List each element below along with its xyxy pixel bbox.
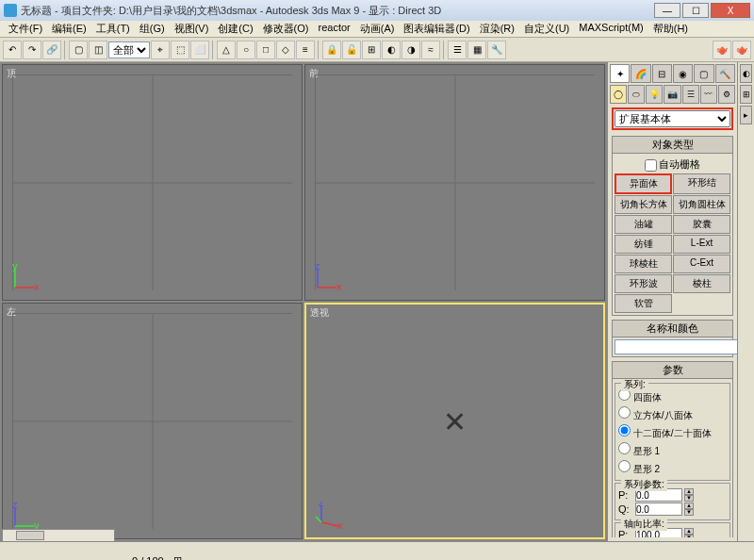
obj-btn-7[interactable]: L-Ext — [673, 235, 730, 254]
geometry-subtab[interactable]: ◯ — [610, 85, 627, 104]
curve-editor-button[interactable]: ▦ — [467, 41, 486, 59]
select-object-button[interactable]: ⌖ — [151, 41, 170, 59]
menu-maxscript[interactable]: MAXScript(M) — [574, 21, 647, 37]
grid-toggle[interactable]: ⊞ — [173, 554, 182, 560]
window-crossing-button[interactable]: ⬜ — [190, 41, 209, 59]
svg-text:x: x — [337, 519, 342, 530]
viewport-left[interactable]: 左 yz — [2, 303, 303, 539]
lights-subtab[interactable]: 💡 — [646, 85, 663, 104]
category-combo[interactable]: 扩展基本体 — [615, 110, 730, 127]
move-button[interactable]: △ — [217, 41, 236, 59]
space-warps-subtab[interactable]: 〰 — [700, 85, 717, 104]
axis-gizmo-icon: xy — [10, 264, 39, 292]
svg-line-14 — [316, 517, 321, 522]
obj-btn-0[interactable]: 异面体 — [615, 173, 672, 194]
obj-btn-12[interactable]: 软管 — [615, 294, 672, 313]
minimize-button[interactable]: — — [654, 3, 680, 18]
hierarchy-tab[interactable]: ⊟ — [652, 64, 672, 83]
link-button[interactable]: 🔗 — [42, 41, 61, 59]
sidebar-btn-3[interactable]: ▸ — [740, 106, 752, 124]
lock-button[interactable]: 🔒 — [322, 41, 341, 59]
select-region-button[interactable]: ◫ — [89, 41, 107, 59]
svg-text:x: x — [34, 281, 39, 292]
helpers-subtab[interactable]: ☰ — [682, 85, 699, 104]
angle-snap-button[interactable]: ◐ — [382, 41, 401, 59]
svg-text:z: z — [12, 502, 18, 510]
obj-btn-9[interactable]: C-Ext — [673, 255, 730, 273]
time-slider[interactable] — [2, 529, 115, 542]
systems-subtab[interactable]: ⚙ — [718, 85, 735, 104]
motion-tab[interactable]: ◉ — [673, 64, 693, 83]
obj-btn-8[interactable]: 球棱柱 — [615, 255, 672, 273]
snap-button[interactable]: ⊞ — [362, 41, 381, 59]
rotate-button[interactable]: ○ — [237, 41, 255, 59]
utilities-tab[interactable]: 🔨 — [715, 64, 735, 83]
cameras-subtab[interactable]: 📷 — [664, 85, 680, 104]
obj-btn-11[interactable]: 棱柱 — [673, 274, 730, 293]
q-spinner[interactable] — [635, 502, 682, 516]
undo-button[interactable]: ↶ — [3, 41, 22, 59]
named-sel-button[interactable]: ≡ — [296, 41, 315, 59]
layer-button[interactable]: ☰ — [448, 41, 467, 59]
viewport-front[interactable]: 前 xz — [304, 64, 605, 301]
close-button[interactable]: X — [711, 3, 750, 18]
family-radio-4[interactable] — [618, 460, 631, 472]
obj-btn-1[interactable]: 环形结 — [673, 173, 730, 194]
grid-icon — [12, 74, 292, 290]
autogrid-checkbox[interactable] — [645, 159, 657, 172]
menu-reactor[interactable]: reactor — [314, 21, 355, 37]
redo-button[interactable]: ↷ — [23, 41, 41, 59]
render-button[interactable]: 🫖 — [713, 41, 731, 59]
obj-btn-5[interactable]: 胶囊 — [673, 215, 730, 234]
menu-edit[interactable]: 编辑(E) — [47, 21, 91, 37]
obj-btn-2[interactable]: 切角长方体 — [615, 195, 672, 214]
quick-render-button[interactable]: 🫖 — [732, 41, 751, 59]
obj-btn-3[interactable]: 切角圆柱体 — [673, 195, 730, 214]
menu-help[interactable]: 帮助(H) — [648, 21, 693, 37]
menu-rendering[interactable]: 渲染(R) — [475, 21, 519, 37]
unlock-button[interactable]: 🔓 — [342, 41, 361, 59]
menu-group[interactable]: 组(G) — [135, 21, 170, 37]
object-type-rollout[interactable]: 对象类型 — [612, 136, 733, 154]
menu-tools[interactable]: 工具(T) — [91, 21, 135, 37]
menu-file[interactable]: 文件(F) — [4, 21, 47, 37]
sidebar-btn-1[interactable]: ◐ — [740, 64, 752, 83]
menu-graph[interactable]: 图表编辑器(D) — [399, 21, 474, 37]
name-color-rollout[interactable]: 名称和颜色 — [612, 320, 733, 338]
obj-btn-4[interactable]: 油罐 — [615, 215, 672, 234]
axis-gizmo-icon: xz — [313, 264, 341, 292]
grid-icon — [315, 74, 595, 290]
status-bar: 0 / 100 ⊞ — [0, 541, 754, 560]
create-tab[interactable]: ✦ — [610, 64, 630, 83]
svg-text:x: x — [336, 281, 341, 292]
parameters-rollout[interactable]: 参数 — [612, 361, 733, 379]
modify-tab[interactable]: 🌈 — [631, 64, 650, 83]
display-tab[interactable]: ▢ — [694, 64, 713, 83]
menu-create[interactable]: 创建(C) — [213, 21, 257, 37]
schematic-button[interactable]: 🔧 — [487, 41, 506, 59]
family-radio-3[interactable] — [618, 442, 631, 454]
object-name-input[interactable] — [615, 339, 737, 354]
spinner-snap-button[interactable]: ≈ — [421, 41, 440, 59]
percent-snap-button[interactable]: ◑ — [402, 41, 420, 59]
rect-select-button[interactable]: ⬚ — [171, 41, 189, 59]
family-radio-1[interactable] — [618, 406, 631, 419]
obj-btn-10[interactable]: 环形波 — [615, 274, 672, 293]
family-radio-2[interactable] — [618, 424, 631, 436]
menu-modifiers[interactable]: 修改器(O) — [258, 21, 314, 37]
menu-customize[interactable]: 自定义(U) — [519, 21, 574, 37]
ref-coord-button[interactable]: ◇ — [276, 41, 295, 59]
obj-btn-6[interactable]: 纺锤 — [615, 235, 672, 254]
menu-animation[interactable]: 动画(A) — [355, 21, 400, 37]
scale-button[interactable]: □ — [256, 41, 275, 59]
selection-filter[interactable]: 全部 — [108, 41, 150, 58]
viewport-top[interactable]: 顶 xy — [2, 64, 303, 301]
select-button[interactable]: ▢ — [69, 41, 88, 59]
svg-text:y: y — [12, 264, 18, 272]
viewport-perspective[interactable]: 透视 ✕ xz — [304, 303, 605, 539]
sidebar-btn-2[interactable]: ⊞ — [740, 85, 752, 104]
maximize-button[interactable]: ☐ — [682, 3, 709, 18]
menu-views[interactable]: 视图(V) — [170, 21, 214, 37]
shapes-subtab[interactable]: ⬭ — [628, 85, 645, 104]
title-bar: 无标题 - 项目文件夹: D:\用户目录\我的文档\3dsmax - Autod… — [0, 0, 754, 21]
